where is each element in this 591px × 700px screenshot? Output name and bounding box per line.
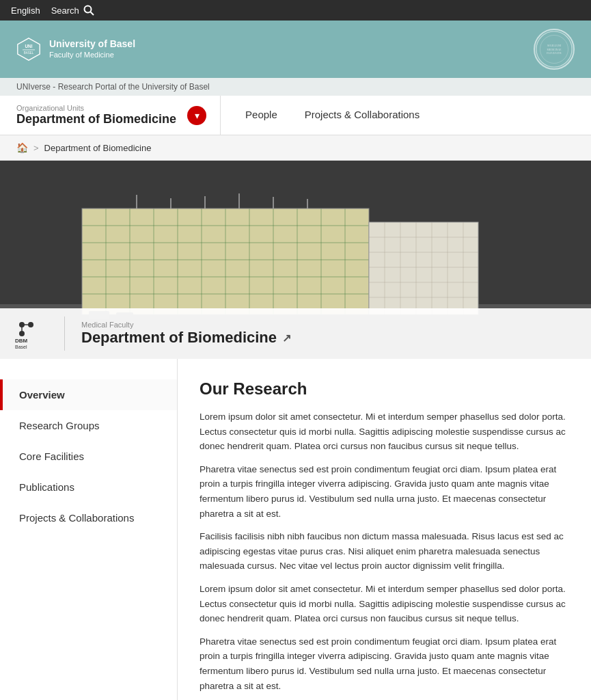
dbm-logo-svg: DBM Basel (14, 317, 48, 351)
content-para-1: Lorem ipsum dolor sit amet consectetur. … (200, 409, 569, 454)
svg-point-0 (84, 6, 91, 13)
svg-text:SIGILLUM: SIGILLUM (547, 44, 561, 47)
header-right: SIGILLUM MEDICINAE FACULTATIS (534, 29, 575, 70)
content-para-4: Lorem ipsum dolor sit amet consectetur. … (200, 582, 569, 626)
hero-dept-text: Medical Faculty Department of Biomedicin… (81, 321, 291, 347)
nav-bar: Organizational Units Department of Biome… (0, 96, 591, 135)
breadcrumb: 🏠 > Department of Biomedicine (0, 135, 591, 161)
svg-marker-2 (18, 38, 40, 60)
svg-rect-31 (369, 222, 478, 314)
breadcrumb-current-page: Department of Biomedicine (44, 143, 152, 153)
external-link-icon[interactable]: ↗ (282, 332, 291, 345)
hero-section: DBM Basel Medical Faculty Department of … (0, 161, 591, 359)
sidebar-item-projects-collaborations[interactable]: Projects & Collaborations (0, 502, 177, 533)
svg-line-1 (90, 12, 94, 16)
content-title: Our Research (200, 379, 569, 399)
breadcrumb-home-icon[interactable]: 🏠 (16, 142, 28, 153)
dept-dropdown-arrow[interactable]: ▾ (187, 106, 206, 125)
breadcrumb-sub-bar: UNIverse - Research Portal of the Univer… (0, 78, 591, 96)
hero-faculty-label: Medical Faculty (81, 321, 291, 329)
university-logo: UNI BASEL (16, 37, 41, 62)
main-content: Overview Research Groups Core Facilities… (0, 359, 591, 700)
svg-text:FACULTATIS: FACULTATIS (547, 52, 561, 55)
content-para-2: Pharetra vitae senectus sed est proin co… (200, 462, 569, 521)
header-left: UNI BASEL University of Basel Faculty of… (16, 37, 135, 62)
hero-overlay: DBM Basel Medical Faculty Department of … (0, 308, 591, 359)
hero-dept-name: Department of Biomedicine ↗ (81, 329, 291, 347)
university-faculty: Faculty of Medicine (49, 50, 135, 59)
dept-name: Department of Biomedicine (16, 112, 176, 126)
dbm-logo: DBM Basel (14, 317, 48, 351)
org-unit-label: Organizational Units (16, 104, 176, 112)
breadcrumb-sub-text: UNIverse - Research Portal of the Univer… (16, 82, 210, 92)
org-unit-selector[interactable]: Organizational Units Department of Biome… (16, 96, 221, 135)
content-para-5: Pharetra vitae senectus sed est proin co… (200, 634, 569, 693)
content-para-3: Facilisis facilisis nibh nibh faucibus n… (200, 529, 569, 574)
svg-text:DBM: DBM (15, 338, 28, 344)
sidebar: Overview Research Groups Core Facilities… (0, 359, 178, 700)
breadcrumb-separator: > (33, 143, 39, 153)
content-area: Our Research Lorem ipsum dolor sit amet … (178, 359, 591, 700)
nav-tabs: People Projects & Collaborations (232, 96, 433, 135)
top-bar: English Search (0, 0, 591, 21)
svg-text:BASEL: BASEL (24, 51, 34, 55)
sidebar-item-publications[interactable]: Publications (0, 472, 177, 502)
hero-divider (64, 317, 65, 351)
language-selector[interactable]: English (11, 5, 40, 16)
sidebar-item-overview[interactable]: Overview (0, 379, 177, 410)
sidebar-item-research-groups[interactable]: Research Groups (0, 410, 177, 441)
sidebar-item-core-facilities[interactable]: Core Facilities (0, 441, 177, 472)
tab-projects-collaborations[interactable]: Projects & Collaborations (291, 96, 433, 135)
svg-text:MEDICINAE: MEDICINAE (547, 49, 562, 51)
search-icon (83, 5, 94, 16)
svg-text:Basel: Basel (15, 345, 27, 349)
tab-people[interactable]: People (232, 96, 291, 135)
university-seal: SIGILLUM MEDICINAE FACULTATIS (534, 29, 575, 70)
university-name: University of Basel (49, 38, 135, 50)
svg-text:UNI: UNI (25, 44, 33, 49)
university-text: University of Basel Faculty of Medicine (49, 38, 135, 59)
header: UNI BASEL University of Basel Faculty of… (0, 21, 591, 78)
search-label: Search (51, 5, 79, 16)
search-button[interactable]: Search (51, 5, 94, 16)
org-unit-info: Organizational Units Department of Biome… (16, 104, 176, 126)
